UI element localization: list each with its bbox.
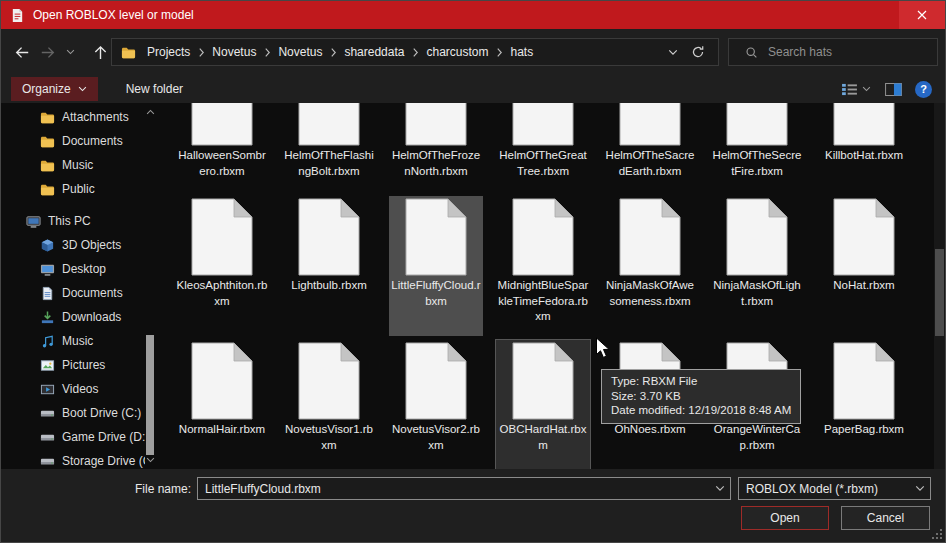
file-item-label: HelmOfTheGreatTree.rbxm — [496, 148, 590, 179]
file-item-label: OhNoes.rbxm — [603, 422, 697, 438]
resize-grip-icon[interactable] — [931, 528, 943, 540]
sidebar-item-attachments[interactable]: Attachments — [1, 105, 145, 129]
file-type-select[interactable]: ROBLOX Model (*.rbxm) — [738, 477, 931, 500]
file-item[interactable]: NoHat.rbxm — [817, 196, 911, 336]
breadcrumb-item[interactable]: charcustom — [419, 45, 495, 59]
scroll-up-icon[interactable] — [145, 106, 155, 118]
file-tooltip: Type: RBXM File Size: 3.70 KB Date modif… — [601, 369, 801, 424]
sidebar-item-documents[interactable]: Documents — [1, 129, 145, 153]
file-name-input[interactable]: LittleFluffyCloud.rbxm — [197, 477, 731, 500]
file-item[interactable]: OBCHardHat.rbxm — [496, 340, 590, 469]
new-folder-button[interactable]: New folder — [118, 77, 191, 101]
file-item[interactable]: HelmOfTheFrozenNorth.rbxm — [389, 103, 483, 206]
forward-button[interactable] — [35, 39, 61, 65]
file-grid-scrollbar-thumb[interactable] — [935, 249, 944, 336]
file-item-label: NormalHair.rbxm — [175, 422, 269, 438]
sidebar-item-3d-objects[interactable]: 3D Objects — [1, 233, 145, 257]
sidebar-item-documents[interactable]: Documents — [1, 281, 145, 305]
help-icon: ? — [920, 83, 927, 95]
sidebar-item-downloads[interactable]: Downloads — [1, 305, 145, 329]
file-item[interactable]: NinjaMaskOfLight.rbxm — [710, 196, 804, 336]
navigation-bar: ProjectsNovetusNovetusshareddatacharcust… — [1, 29, 945, 75]
breadcrumb-item[interactable]: hats — [504, 45, 541, 59]
organize-button[interactable]: Organize — [11, 77, 98, 101]
file-icon — [833, 342, 895, 420]
chevron-down-icon — [62, 44, 78, 60]
close-icon — [914, 7, 930, 23]
sidebar-item-label: Storage Drive (G:) — [62, 454, 145, 468]
sidebar-item-pictures[interactable]: Pictures — [1, 353, 145, 377]
sidebar-item-boot-drive-c[interactable]: Boot Drive (C:) — [1, 401, 145, 425]
file-item[interactable]: NovetusVisor1.rbxm — [282, 340, 376, 469]
sidebar-item-this-pc[interactable]: This PC — [1, 209, 145, 233]
sidebar-item-label: Videos — [62, 382, 98, 396]
address-dropdown-button[interactable] — [668, 44, 678, 60]
breadcrumb-item[interactable]: shareddata — [337, 45, 411, 59]
sidebar-item-storage-drive-g[interactable]: Storage Drive (G:) — [1, 449, 145, 469]
folder-icon — [39, 157, 55, 173]
open-button-label: Open — [770, 511, 799, 525]
sidebar-list: AttachmentsDocumentsMusicPublicThis PC3D… — [1, 103, 145, 469]
recent-locations-button[interactable] — [61, 39, 79, 65]
file-item[interactable]: HelmOfTheFlashingBolt.rbxm — [282, 103, 376, 206]
file-item[interactable]: HelmOfTheSecretFire.rbxm — [710, 103, 804, 206]
sidebar-scrollbar[interactable] — [145, 103, 155, 469]
file-grid-scrollbar[interactable] — [934, 103, 945, 469]
chevron-down-icon — [78, 81, 87, 97]
search-box[interactable]: Search hats — [728, 38, 938, 66]
sidebar-item-music[interactable]: Music — [1, 329, 145, 353]
file-item[interactable]: NovetusVisor2.rbxm — [389, 340, 483, 469]
file-item-label: LittleFluffyCloud.rbxm — [389, 278, 483, 309]
breadcrumb: ProjectsNovetusNovetusshareddatacharcust… — [140, 45, 540, 59]
change-view-button[interactable] — [840, 81, 871, 97]
file-item-label: OrangeWinterCap.rbxm — [710, 422, 804, 453]
file-item-label: NovetusVisor2.rbxm — [389, 422, 483, 453]
videos-icon — [39, 381, 55, 397]
sidebar-scrollbar-thumb[interactable] — [146, 335, 154, 455]
file-type-value: ROBLOX Model (*.rbxm) — [739, 482, 910, 496]
file-item-label: PaperBag.rbxm — [817, 422, 911, 438]
open-button[interactable]: Open — [741, 506, 829, 530]
file-item-label: HelmOfTheFlashingBolt.rbxm — [282, 148, 376, 179]
file-item[interactable]: NormalHair.rbxm — [175, 340, 269, 469]
file-item[interactable]: HelmOfTheGreatTree.rbxm — [496, 103, 590, 206]
file-item[interactable]: NinjaMaskOfAwesomeness.rbxm — [603, 196, 697, 336]
file-item-label: OBCHardHat.rbxm — [496, 422, 590, 453]
up-button[interactable] — [87, 39, 113, 65]
file-item[interactable]: MidnightBlueSparkleTimeFedora.rbxm — [496, 196, 590, 336]
breadcrumb-item[interactable]: Novetus — [271, 45, 329, 59]
preview-pane-button[interactable] — [884, 81, 902, 97]
file-item[interactable]: LittleFluffyCloud.rbxm — [389, 196, 483, 336]
file-item[interactable]: HalloweenSombrero.rbxm — [175, 103, 269, 206]
file-item[interactable]: HelmOfTheSacredEarth.rbxm — [603, 103, 697, 206]
refresh-button[interactable] — [690, 44, 706, 60]
close-button[interactable] — [899, 1, 945, 29]
folder-icon — [39, 133, 55, 149]
chevron-down-icon[interactable] — [910, 481, 930, 497]
downloads-icon — [39, 309, 55, 325]
file-item[interactable]: Lightbulb.rbxm — [282, 196, 376, 336]
breadcrumb-item[interactable]: Projects — [140, 45, 197, 59]
file-grid: HalloweenSombrero.rbxmHelmOfTheFlashingB… — [161, 103, 936, 469]
scroll-down-icon[interactable] — [145, 454, 155, 466]
file-icon — [298, 103, 360, 146]
sidebar-item-public[interactable]: Public — [1, 177, 145, 201]
sidebar-item-music[interactable]: Music — [1, 153, 145, 177]
breadcrumb-separator-icon — [197, 46, 205, 58]
file-item[interactable]: KillbotHat.rbxm — [817, 103, 911, 206]
address-bar[interactable]: ProjectsNovetusNovetusshareddatacharcust… — [111, 38, 719, 66]
chevron-down-icon[interactable] — [710, 481, 730, 497]
file-icon — [512, 342, 574, 420]
sidebar-item-videos[interactable]: Videos — [1, 377, 145, 401]
sidebar-item-game-drive-d[interactable]: Game Drive (D:) — [1, 425, 145, 449]
back-button[interactable] — [9, 39, 35, 65]
titlebar: Open ROBLOX level or model — [1, 1, 945, 29]
breadcrumb-item[interactable]: Novetus — [205, 45, 263, 59]
file-icon — [512, 198, 574, 276]
file-item[interactable]: PaperBag.rbxm — [817, 340, 911, 469]
sidebar-item-desktop[interactable]: Desktop — [1, 257, 145, 281]
file-item[interactable]: KleosAphthiton.rbxm — [175, 196, 269, 336]
help-button[interactable]: ? — [915, 81, 932, 98]
file-item-label: NinjaMaskOfLight.rbxm — [710, 278, 804, 309]
cancel-button[interactable]: Cancel — [841, 506, 930, 530]
